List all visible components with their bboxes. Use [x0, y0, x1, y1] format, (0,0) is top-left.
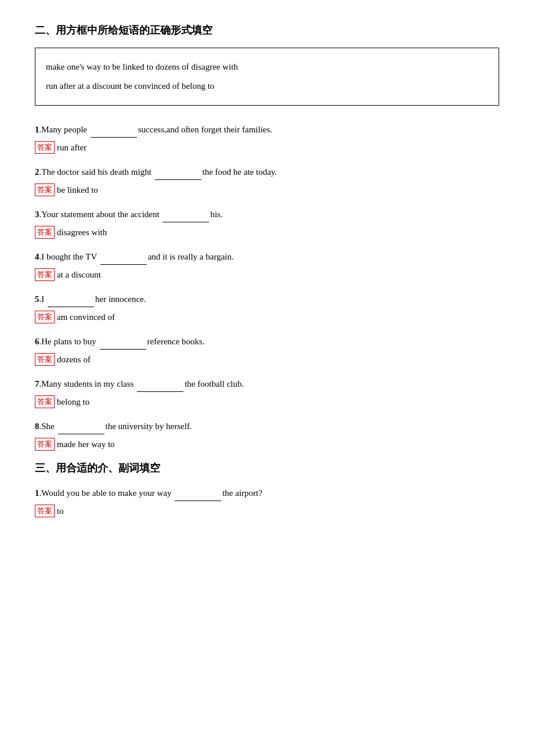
question-block-s2-4: 4.I bought the TV and it is really a bar… [35, 249, 499, 281]
answer-badge: 答案 [35, 438, 55, 451]
answer-row-s2-8: 答案made her way to [35, 438, 499, 451]
section3-title: 三、用合适的介、副词填空 [35, 461, 499, 475]
answer-row-s2-4: 答案at a discount [35, 268, 499, 281]
answer-badge: 答案 [35, 311, 55, 323]
answer-badge: 答案 [35, 183, 55, 196]
answer-badge: 答案 [35, 395, 55, 408]
question-block-s2-8: 8.She the university by herself.答案made h… [35, 419, 499, 451]
phrase-box: make one's way to be linked to dozens of… [35, 48, 499, 106]
answer-text-s2-7: belong to [57, 397, 89, 407]
answer-text-s2-6: dozens of [57, 355, 91, 365]
answer-row-s3-1: 答案to [35, 505, 499, 517]
question-block-s2-7: 7.Many students in my class the football… [35, 376, 499, 408]
answer-text-s2-1: run after [57, 143, 86, 153]
question-text-s2-2: 2.The doctor said his death might the fo… [35, 164, 499, 180]
answer-badge: 答案 [35, 505, 55, 517]
answer-row-s2-6: 答案dozens of [35, 353, 499, 366]
question-block-s2-3: 3.Your statement about the accident his.… [35, 207, 499, 239]
question-block-s2-1: 1.Many people success,and often forget t… [35, 122, 499, 154]
answer-row-s2-7: 答案belong to [35, 395, 499, 408]
question-text-s2-3: 3.Your statement about the accident his. [35, 207, 499, 222]
question-text-s2-7: 7.Many students in my class the football… [35, 376, 499, 392]
question-text-s2-4: 4.I bought the TV and it is really a bar… [35, 249, 499, 265]
answer-text-s2-8: made her way to [57, 440, 115, 449]
answer-badge: 答案 [35, 268, 55, 281]
answer-text-s3-1: to [57, 506, 64, 516]
question-block-s2-2: 2.The doctor said his death might the fo… [35, 164, 499, 196]
questions-section3: 1.Would you be able to make your way the… [35, 485, 499, 517]
answer-row-s2-1: 答案run after [35, 141, 499, 154]
question-block-s2-5: 5.I her innocence.答案am convinced of [35, 291, 499, 323]
answer-text-s2-5: am convinced of [57, 312, 115, 322]
question-text-s2-8: 8.She the university by herself. [35, 419, 499, 434]
answer-row-s2-2: 答案be linked to [35, 183, 499, 196]
answer-badge: 答案 [35, 353, 55, 366]
answer-text-s2-3: disagrees with [57, 228, 107, 237]
answer-badge: 答案 [35, 141, 55, 154]
question-block-s3-1: 1.Would you be able to make your way the… [35, 485, 499, 517]
question-text-s2-1: 1.Many people success,and often forget t… [35, 122, 499, 138]
phrase-box-line1: make one's way to be linked to dozens of… [46, 57, 488, 77]
questions-section2: 1.Many people success,and often forget t… [35, 122, 499, 451]
answer-row-s2-5: 答案am convinced of [35, 311, 499, 323]
question-block-s2-6: 6.He plans to buy reference books.答案doze… [35, 334, 499, 366]
section2-title: 二、用方框中所给短语的正确形式填空 [35, 23, 499, 37]
phrase-box-line2: run after at a discount be convinced of … [46, 77, 488, 96]
question-text-s2-6: 6.He plans to buy reference books. [35, 334, 499, 350]
answer-text-s2-4: at a discount [57, 270, 101, 280]
answer-row-s2-3: 答案disagrees with [35, 226, 499, 239]
question-text-s3-1: 1.Would you be able to make your way the… [35, 485, 499, 501]
answer-badge: 答案 [35, 226, 55, 239]
answer-text-s2-2: be linked to [57, 185, 98, 195]
question-text-s2-5: 5.I her innocence. [35, 291, 499, 307]
